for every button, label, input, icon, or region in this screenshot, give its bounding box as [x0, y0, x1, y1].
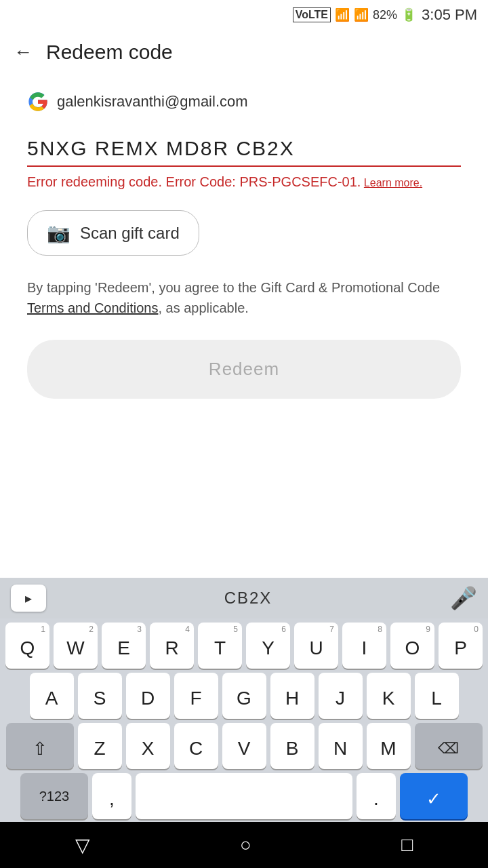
- home-nav-icon[interactable]: ○: [240, 834, 251, 856]
- error-message: Error redeeming code. Error Code: PRS-PG…: [27, 174, 361, 189]
- battery-text: 82%: [373, 8, 397, 22]
- account-row: galenkisravanthi@gmail.com: [27, 91, 461, 113]
- numbers-key[interactable]: ?123: [20, 773, 88, 819]
- keyboard-suggestion[interactable]: CB2X: [224, 589, 272, 608]
- key-t[interactable]: 5T: [198, 623, 242, 669]
- page-title: Redeem code: [46, 41, 173, 64]
- recent-nav-icon[interactable]: □: [401, 834, 413, 856]
- key-u[interactable]: 7U: [294, 623, 338, 669]
- back-nav-icon[interactable]: ▽: [75, 834, 90, 856]
- keyboard-row-4: ?123 , . ✓: [3, 773, 485, 819]
- key-s[interactable]: S: [78, 673, 122, 719]
- done-key[interactable]: ✓: [400, 773, 468, 819]
- error-block: Error redeeming code. Error Code: PRS-PG…: [27, 172, 461, 191]
- chevron-right-icon: ▸: [25, 590, 32, 606]
- keyboard-rows: 1Q 2W 3E 4R 5T 6Y 7U 8I 9O 0P A S D F G …: [0, 618, 488, 822]
- signal-icon: 📶: [354, 7, 369, 22]
- key-w[interactable]: 2W: [54, 623, 98, 669]
- terms-text-after: , as applicable.: [158, 300, 248, 315]
- key-r[interactable]: 4R: [150, 623, 194, 669]
- code-input-wrapper: [27, 132, 461, 167]
- key-i[interactable]: 8I: [342, 623, 386, 669]
- terms-text: By tapping 'Redeem', you agree to the Gi…: [27, 277, 461, 318]
- key-b[interactable]: B: [270, 723, 314, 769]
- account-email: galenkisravanthi@gmail.com: [57, 93, 248, 111]
- redeem-button[interactable]: Redeem: [27, 340, 461, 399]
- code-input[interactable]: [27, 132, 461, 167]
- nav-bar: ▽ ○ □: [0, 822, 488, 868]
- key-m[interactable]: M: [367, 723, 411, 769]
- terms-link[interactable]: Terms and Conditions: [27, 300, 158, 315]
- key-d[interactable]: D: [126, 673, 170, 719]
- key-h[interactable]: H: [270, 673, 314, 719]
- battery-icon: 🔋: [401, 7, 416, 22]
- key-v[interactable]: V: [222, 723, 266, 769]
- status-icons: VoLTE 📶 📶 82% 🔋: [293, 7, 416, 22]
- keyboard-row-2: A S D F G H J K L: [3, 673, 485, 719]
- time-display: 3:05 PM: [422, 6, 477, 24]
- back-button[interactable]: ←: [14, 43, 33, 62]
- volte-icon: VoLTE: [293, 7, 331, 22]
- page-header: ← Redeem code: [0, 30, 488, 75]
- key-n[interactable]: N: [319, 723, 363, 769]
- learn-more-link[interactable]: Learn more.: [364, 177, 422, 189]
- keyboard-expand-button[interactable]: ▸: [11, 585, 46, 612]
- status-bar: VoLTE 📶 📶 82% 🔋 3:05 PM: [0, 0, 488, 30]
- key-k[interactable]: K: [367, 673, 411, 719]
- key-q[interactable]: 1Q: [5, 623, 49, 669]
- keyboard-row-3: ⇧ Z X C V B N M ⌫: [3, 723, 485, 769]
- camera-icon: 📷: [47, 222, 70, 244]
- terms-text-before: By tapping 'Redeem', you agree to the Gi…: [27, 280, 440, 295]
- key-e[interactable]: 3E: [102, 623, 146, 669]
- delete-key[interactable]: ⌫: [415, 723, 483, 769]
- keyboard-toolbar: ▸ CB2X 🎤: [0, 578, 488, 618]
- space-key[interactable]: [136, 773, 352, 819]
- key-c[interactable]: C: [174, 723, 218, 769]
- period-key[interactable]: .: [357, 773, 396, 819]
- key-z[interactable]: Z: [78, 723, 122, 769]
- key-x[interactable]: X: [126, 723, 170, 769]
- key-g[interactable]: G: [222, 673, 266, 719]
- key-y[interactable]: 6Y: [246, 623, 290, 669]
- key-o[interactable]: 9O: [390, 623, 434, 669]
- wifi-icon: 📶: [335, 7, 350, 22]
- keyboard-row-1: 1Q 2W 3E 4R 5T 6Y 7U 8I 9O 0P: [3, 623, 485, 669]
- main-content: galenkisravanthi@gmail.com Error redeemi…: [0, 75, 488, 415]
- keyboard: ▸ CB2X 🎤 1Q 2W 3E 4R 5T 6Y 7U 8I 9O 0P A…: [0, 578, 488, 868]
- shift-key[interactable]: ⇧: [6, 723, 74, 769]
- google-logo-icon: [27, 91, 49, 113]
- key-p[interactable]: 0P: [439, 623, 483, 669]
- key-j[interactable]: J: [319, 673, 363, 719]
- comma-key[interactable]: ,: [92, 773, 131, 819]
- key-a[interactable]: A: [30, 673, 74, 719]
- scan-label: Scan gift card: [80, 224, 180, 243]
- scan-gift-card-button[interactable]: 📷 Scan gift card: [27, 210, 199, 256]
- microphone-icon[interactable]: 🎤: [450, 585, 477, 611]
- key-l[interactable]: L: [415, 673, 459, 719]
- key-f[interactable]: F: [174, 673, 218, 719]
